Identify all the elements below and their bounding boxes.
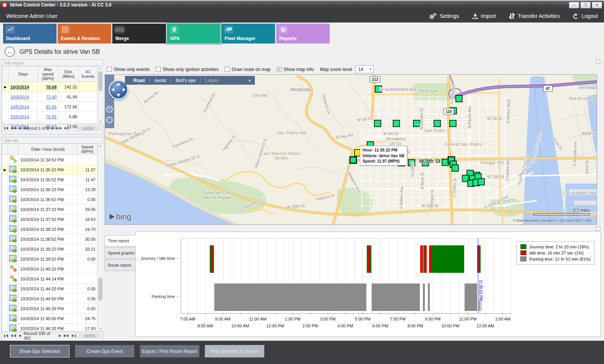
prev-page-button[interactable] — [19, 334, 21, 337]
gps-marker[interactable] — [456, 95, 462, 102]
checkbox-icon[interactable] — [107, 67, 112, 72]
map-zoom-out-button[interactable]: − — [106, 117, 113, 123]
max-speed-link[interactable]: 72.40 — [46, 95, 57, 99]
gps-marker[interactable] — [442, 159, 449, 166]
scroll-up-icon[interactable]: ▲ — [99, 67, 102, 69]
table-row[interactable]: 10/6/201476.955.88 — [2, 112, 97, 122]
prev-fast-button[interactable] — [11, 334, 16, 337]
last-page-button[interactable] — [72, 334, 76, 338]
tab-gps[interactable]: GPS — [167, 24, 220, 43]
list-item[interactable]: 10/3/2014 11:44:50 PM0.00 — [2, 294, 97, 304]
tab-route-report[interactable]: Route report — [105, 259, 136, 271]
day-link[interactable]: 10/4/2014 — [10, 95, 29, 99]
import-button[interactable]: Import — [472, 13, 496, 19]
settings-button[interactable]: Settings — [429, 13, 459, 19]
list-item[interactable]: 10/3/2014 11:37:52 PM18.63 — [2, 214, 97, 224]
map-zoom-select[interactable]: 14 — [355, 65, 374, 73]
gps-marker[interactable] — [452, 165, 458, 171]
list-item[interactable]: 10/3/2014 11:35:52 PM11.47 — [2, 175, 97, 185]
list-item[interactable]: 10/3/2014 11:44:20 PM0.00 — [2, 284, 97, 294]
logout-button[interactable]: Logout — [573, 13, 598, 19]
list-item[interactable]: 10/3/2014 11:36:22 PM13.28 — [2, 185, 97, 195]
scroll-down-icon[interactable]: ▼ — [99, 120, 102, 123]
prev-page-button[interactable] — [19, 127, 21, 130]
tab-merge[interactable]: MERGE Merge — [112, 24, 166, 43]
tab-time-report[interactable]: Time report — [105, 235, 136, 246]
bing-map[interactable]: 213 110 47 Miraleste Crest Rd Southfield… — [105, 74, 597, 225]
minimize-button[interactable]: — — [569, 2, 579, 8]
next-page-button[interactable] — [59, 334, 61, 337]
map-option-checkbox-3[interactable]: ✓Show map info — [277, 67, 314, 72]
day-link[interactable]: 10/6/2014 — [10, 114, 29, 119]
tab-fleet-manager[interactable]: Fleet Manager — [222, 24, 275, 43]
list-item[interactable]: 10/3/2014 11:36:52 PM0.00 — [2, 195, 97, 205]
day-link[interactable]: 10/3/2014 — [10, 85, 29, 89]
col-speed[interactable]: Speed (MPH) — [78, 144, 97, 155]
export-print-route-report-button[interactable]: Export / Print Route Report — [140, 345, 199, 358]
checkbox-icon[interactable] — [156, 67, 161, 72]
table-row[interactable]: ▶10/3/201478.68142.31 — [2, 82, 97, 92]
first-page-button[interactable] — [4, 127, 8, 130]
checkbox-icon[interactable]: ✓ — [277, 67, 282, 72]
bing-nav-bird-s-eye[interactable]: Bird's eye — [171, 78, 200, 83]
prev-fast-button[interactable] — [11, 127, 16, 130]
gps-marker[interactable] — [393, 120, 400, 127]
maximize-button[interactable]: ❐ — [580, 2, 591, 8]
col-days[interactable]: Days — [9, 66, 38, 82]
map-option-checkbox-0[interactable]: Show only events — [107, 67, 150, 72]
tab-speed-graphic[interactable]: Speed graphic — [105, 247, 136, 259]
gps-marker[interactable] — [478, 179, 484, 185]
show-gps-selection-button[interactable]: Show Gps Selection — [10, 345, 70, 358]
list-item[interactable]: 10/3/2014 11:45:20 PM0.00 — [2, 304, 97, 314]
bing-nav-labels[interactable]: Labels — [201, 78, 223, 83]
col-dist[interactable]: Dist. (Miles) — [58, 66, 79, 82]
gps-marker[interactable] — [450, 120, 456, 127]
chart-panel-collapse-button[interactable] — [596, 227, 600, 231]
map-panel-collapse-button[interactable] — [596, 60, 600, 64]
max-speed-link[interactable]: 81.05 — [46, 105, 57, 109]
pager-hscrollbar[interactable] — [78, 334, 100, 338]
scroll-down-icon[interactable]: ▼ — [99, 328, 102, 330]
info-report-scrollbar[interactable]: ▲ ▼ — [97, 66, 103, 124]
list-item[interactable]: 10/3/2014 11:44:14 PM — [2, 274, 97, 284]
col-x1-events[interactable]: X1 Events — [79, 66, 97, 82]
list-item[interactable]: 10/3/2014 11:38:52 PM30.55 — [2, 234, 97, 244]
pager-hscrollbar[interactable] — [77, 126, 100, 130]
pan-right-icon[interactable] — [123, 88, 126, 92]
map-zoom-in-button[interactable]: + — [106, 106, 113, 113]
tab-dashboard[interactable]: Dashboard — [3, 24, 57, 43]
list-item[interactable]: 10/3/2014 11:45:50 PM24.75 — [2, 314, 97, 324]
gps-list-scrollbar[interactable]: ▲ ▼ — [97, 143, 103, 331]
list-item[interactable]: 10/3/2014 11:37:22 PM29.05 — [2, 205, 97, 214]
bing-nav-collapse-button[interactable]: « — [248, 78, 251, 83]
table-row[interactable]: 10/5/201481.05172.56 — [2, 102, 97, 112]
gps-marker[interactable] — [350, 157, 356, 163]
pan-up-icon[interactable] — [117, 82, 120, 85]
gps-marker[interactable] — [434, 120, 440, 127]
table-row[interactable]: 10/4/201472.4041.49 — [2, 92, 97, 102]
list-item[interactable]: ▶10/3/2014 11:35:22 PM11.97 — [2, 165, 97, 175]
day-link[interactable]: 10/5/2014 — [10, 105, 29, 109]
pan-down-icon[interactable] — [117, 94, 120, 97]
list-item[interactable]: 10/3/2014 11:40:15 PM — [2, 264, 97, 274]
first-page-button[interactable] — [4, 334, 8, 338]
list-item[interactable]: 10/3/2014 11:39:22 PM33.21 — [2, 244, 97, 254]
list-item[interactable]: 10/3/2014 11:39:52 PM0.00 — [2, 254, 97, 264]
gps-marker[interactable] — [413, 120, 420, 127]
create-gps-event-button[interactable]: Create Gps Event — [75, 345, 134, 358]
transfer-activities-button[interactable]: Transfer Activities — [509, 13, 560, 19]
scroll-up-icon[interactable]: ▲ — [99, 144, 102, 147]
bing-nav-aerial[interactable]: Aerial — [150, 78, 171, 83]
next-fast-button[interactable] — [64, 334, 69, 337]
col-date-hour[interactable]: Date / hour (local) — [19, 144, 78, 155]
max-speed-link[interactable]: 78.68 — [46, 85, 57, 89]
next-page-button[interactable] — [52, 127, 54, 130]
tab-reports[interactable]: Reports — [276, 24, 330, 43]
bing-nav-road[interactable]: Road — [129, 78, 149, 83]
next-fast-button[interactable] — [57, 127, 62, 130]
pan-left-icon[interactable] — [111, 88, 114, 92]
last-page-button[interactable] — [65, 127, 68, 130]
tab-events-reviews[interactable]: Events & Reviews — [58, 24, 111, 43]
back-button[interactable]: ← — [5, 47, 15, 57]
map-option-checkbox-2[interactable]: Draw route on map — [225, 67, 270, 72]
